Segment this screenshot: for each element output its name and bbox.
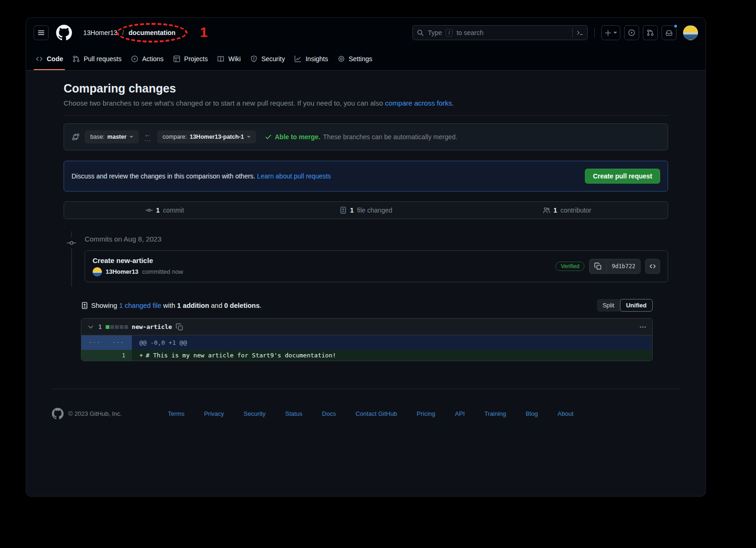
copy-sha-button[interactable]: [590, 259, 606, 273]
book-icon: [217, 55, 224, 63]
summary-pre: Showing: [91, 302, 119, 309]
diff-filename-link[interactable]: new-article: [132, 323, 172, 330]
commits-label: commit: [163, 206, 184, 214]
breadcrumb-owner[interactable]: 13Homer13: [79, 26, 121, 39]
tab-pull-requests[interactable]: Pull requests: [69, 48, 125, 70]
compare-across-forks-link[interactable]: compare across forks: [385, 99, 452, 107]
commits-count: 1: [156, 206, 160, 214]
files-changed-stat[interactable]: 1 file changed: [265, 202, 466, 219]
shield-icon: [250, 55, 258, 63]
command-palette-icon[interactable]: [572, 28, 583, 37]
hunk-row: ··· ··· @@ -0,0 +1 @@: [81, 335, 652, 350]
create-new-button[interactable]: [601, 25, 620, 40]
footer-link-api[interactable]: API: [455, 410, 465, 417]
base-branch-button[interactable]: base: master: [85, 130, 139, 143]
added-line-content: +# This is my new article for Start9's d…: [132, 350, 341, 361]
commit-author-link[interactable]: 13Homer13: [106, 268, 138, 275]
footer-link-security[interactable]: Security: [244, 410, 266, 417]
footer-link-docs[interactable]: Docs: [322, 410, 336, 417]
kebab-menu-icon[interactable]: [639, 323, 647, 331]
issue-opened-icon: [628, 29, 635, 36]
tab-wiki[interactable]: Wiki: [213, 48, 244, 70]
expand-hunk-button[interactable]: ··· ···: [81, 335, 132, 350]
line-number[interactable]: 1: [81, 350, 132, 361]
footer-link-blog[interactable]: Blog: [526, 410, 538, 417]
merge-status: Able to merge. These branches can be aut…: [265, 133, 457, 141]
footer: © 2023 GitHub, Inc. Terms Privacy Securi…: [52, 389, 680, 420]
merge-status-detail: These branches can be automatically merg…: [323, 133, 457, 141]
tab-code-label: Code: [47, 55, 63, 63]
tab-insights[interactable]: Insights: [290, 48, 331, 70]
create-pull-request-button[interactable]: Create pull request: [585, 169, 660, 184]
footer-link-pricing[interactable]: Pricing: [417, 410, 435, 417]
inbox-button[interactable]: [662, 25, 677, 40]
footer-link-terms[interactable]: Terms: [168, 410, 184, 417]
contributors-label: contributor: [561, 206, 591, 214]
files-label: file changed: [357, 206, 393, 214]
github-logo-icon[interactable]: [56, 25, 72, 41]
intro-text: Choose two branches to see what's change…: [64, 99, 668, 116]
file-diff-icon: [339, 206, 347, 214]
breadcrumb-separator: /: [122, 29, 124, 36]
footer-link-about[interactable]: About: [558, 410, 574, 417]
tab-code[interactable]: Code: [32, 48, 67, 70]
comparison-stats-bar: 1 commit 1 file changed 1 contributor: [64, 201, 668, 219]
annotation-number: 1: [200, 25, 208, 39]
check-icon: [265, 133, 272, 141]
search-icon: [417, 29, 424, 36]
contributors-stat[interactable]: 1 contributor: [467, 202, 668, 219]
commit-node-icon: [65, 237, 78, 249]
copy-icon: [594, 263, 602, 270]
create-pr-banner: Discuss and review the changes in this c…: [64, 161, 668, 192]
browse-code-button[interactable]: [645, 259, 660, 274]
learn-about-pull-requests-link[interactable]: Learn about pull requests: [257, 172, 331, 180]
copyright-text: © 2023 GitHub, Inc.: [68, 410, 122, 417]
inbox-icon: [665, 29, 673, 36]
footer-link-status[interactable]: Status: [285, 410, 302, 417]
footer-link-privacy[interactable]: Privacy: [204, 410, 224, 417]
breadcrumb: 13Homer13 / documentation 1: [79, 26, 179, 39]
git-pull-request-icon: [647, 29, 654, 36]
commit-title-link[interactable]: Create new-article: [93, 256, 183, 264]
plus-icon: [605, 29, 612, 36]
hamburger-menu-button[interactable]: [34, 25, 49, 40]
issues-button[interactable]: [624, 25, 639, 40]
tab-security[interactable]: Security: [246, 48, 289, 70]
added-line-row: 1 +# This is my new article for Start9's…: [81, 350, 652, 361]
chevron-down-icon[interactable]: [87, 323, 94, 331]
repo-nav: Code Pull requests Actions Projects Wiki…: [26, 48, 706, 70]
chevron-down-icon: [247, 136, 251, 138]
tab-settings[interactable]: Settings: [334, 48, 376, 70]
footer-link-training[interactable]: Training: [484, 410, 506, 417]
addition-sign: +: [139, 352, 143, 359]
diff-file-header: 1 new-article: [81, 319, 652, 335]
summary-and: and: [209, 302, 224, 309]
tab-projects-label: Projects: [184, 55, 208, 63]
compare-branch-button[interactable]: compare: 13Homer13-patch-1: [157, 130, 256, 143]
footer-link-contact[interactable]: Contact GitHub: [355, 410, 397, 417]
notification-dot: [673, 24, 678, 28]
avatar[interactable]: [683, 25, 698, 40]
commit-sha-link[interactable]: 9d1b722: [606, 259, 640, 273]
copy-icon[interactable]: [176, 323, 183, 331]
tab-actions-label: Actions: [142, 55, 164, 63]
tab-projects[interactable]: Projects: [169, 48, 212, 70]
tab-actions[interactable]: Actions: [127, 48, 167, 70]
commit-author-avatar[interactable]: [93, 267, 102, 277]
commit-sha-text: 9d1b722: [612, 263, 635, 270]
people-icon: [543, 206, 550, 214]
commit-icon: [145, 206, 153, 214]
split-view-button[interactable]: Split: [597, 299, 620, 311]
tab-insights-label: Insights: [305, 55, 328, 63]
verified-badge[interactable]: Verified: [555, 262, 584, 271]
additions-count: 1 addition: [177, 302, 209, 309]
tab-security-label: Security: [261, 55, 285, 63]
discuss-text: Discuss and review the changes in this c…: [72, 172, 331, 180]
changed-file-link[interactable]: 1 changed file: [119, 302, 161, 309]
search-input[interactable]: Type / to search: [412, 25, 588, 40]
breadcrumb-repo[interactable]: documentation: [125, 26, 179, 39]
unified-view-button[interactable]: Unified: [620, 299, 653, 312]
pull-requests-button[interactable]: [643, 25, 658, 40]
commits-stat[interactable]: 1 commit: [64, 202, 265, 219]
github-footer-logo-icon: [52, 408, 64, 420]
